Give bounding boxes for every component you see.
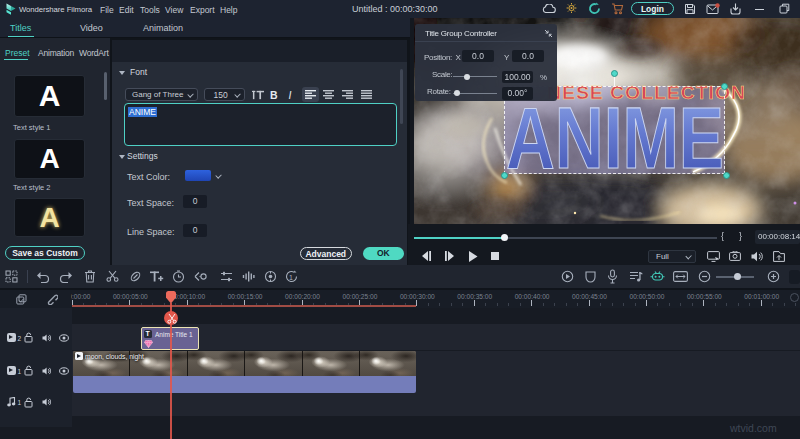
svg-text:1: 1 bbox=[289, 274, 293, 281]
